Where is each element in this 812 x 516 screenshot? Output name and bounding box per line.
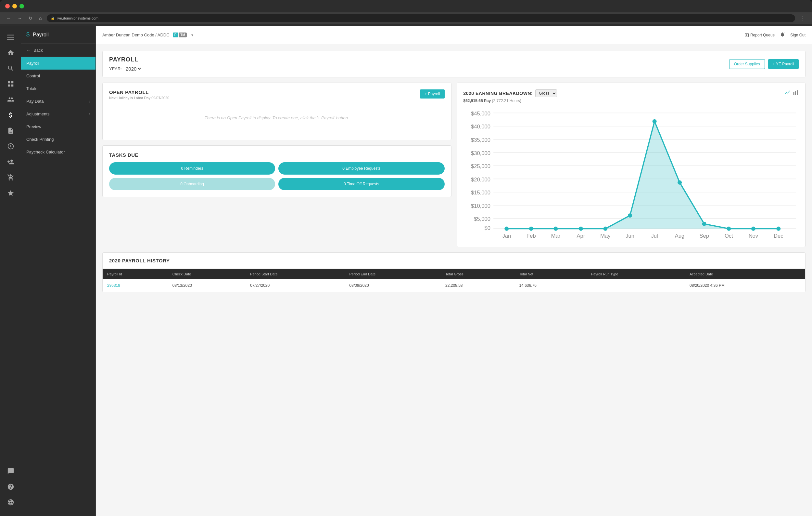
onboarding-button[interactable]: 0 Onboarding bbox=[109, 178, 275, 190]
sign-out-button[interactable]: Sign Out bbox=[790, 33, 806, 37]
sidebar-icon-document[interactable] bbox=[4, 124, 18, 138]
svg-text:$35,000: $35,000 bbox=[471, 137, 490, 143]
time-off-requests-button[interactable]: 0 Time Off Requests bbox=[278, 178, 444, 190]
sidebar-icon-people[interactable] bbox=[4, 92, 18, 107]
cell-total-net: 14,636.76 bbox=[515, 279, 586, 292]
main-content: Amber Duncan Demo Code / ADDC P TM ▾ Rep… bbox=[96, 26, 812, 516]
open-payroll-header: OPEN PAYROLL Next Holiday is Labor Day 0… bbox=[109, 89, 445, 100]
svg-text:$5,000: $5,000 bbox=[474, 216, 490, 222]
svg-text:$15,000: $15,000 bbox=[471, 190, 490, 196]
page-title-section: PAYROLL YEAR: 2020 2019 2018 bbox=[109, 56, 142, 72]
ye-payroll-button[interactable]: + YE Payroll bbox=[768, 59, 799, 69]
sidebar-icon-grid[interactable] bbox=[4, 77, 18, 91]
bell-icon[interactable] bbox=[780, 32, 785, 38]
topbar: Amber Duncan Demo Code / ADDC P TM ▾ Rep… bbox=[96, 26, 812, 44]
traffic-light-yellow[interactable] bbox=[12, 4, 17, 8]
svg-point-35 bbox=[677, 181, 682, 185]
col-run-type: Payroll Run Type bbox=[587, 269, 685, 279]
svg-point-39 bbox=[776, 227, 781, 231]
back-arrow-icon: ← bbox=[26, 48, 31, 53]
chart-type-select[interactable]: Gross Net bbox=[535, 89, 557, 97]
year-row: YEAR: 2020 2019 2018 bbox=[109, 66, 142, 72]
browser-menu-button[interactable]: ⋮ bbox=[799, 14, 807, 23]
col-total-gross: Total Gross bbox=[441, 269, 515, 279]
home-button[interactable]: ⌂ bbox=[38, 14, 43, 22]
chevron-right-icon: › bbox=[89, 99, 90, 104]
sidebar-icon-add-people[interactable] bbox=[4, 155, 18, 169]
forward-button[interactable]: → bbox=[16, 14, 23, 22]
nav-item-preview[interactable]: Preview bbox=[21, 120, 95, 133]
order-supplies-button[interactable]: Order Supplies bbox=[729, 59, 765, 69]
sidebar-icon-clock[interactable] bbox=[4, 139, 18, 154]
reminders-button[interactable]: 0 Reminders bbox=[109, 162, 275, 174]
nav-item-check-printing[interactable]: Check Printing bbox=[21, 133, 95, 146]
reload-button[interactable]: ↻ bbox=[27, 14, 34, 22]
url-text: live.dominionsystems.com bbox=[57, 16, 98, 20]
cell-accepted-date: 08/20/2020 4:36 PM bbox=[685, 279, 805, 292]
traffic-light-green[interactable] bbox=[20, 4, 24, 8]
page-header: PAYROLL YEAR: 2020 2019 2018 Order Suppl… bbox=[102, 51, 806, 77]
dropdown-chevron-icon[interactable]: ▾ bbox=[191, 33, 193, 37]
cell-period-start: 07/27/2020 bbox=[245, 279, 345, 292]
open-payroll-subtitle: Next Holiday is Labor Day 09/07/2020 bbox=[109, 96, 169, 100]
cell-check-date: 08/13/2020 bbox=[168, 279, 245, 292]
chart-type-icons bbox=[784, 90, 799, 97]
svg-text:May: May bbox=[600, 233, 611, 239]
report-queue-label: Report Queue bbox=[750, 33, 775, 37]
sidebar-icon-dollar[interactable] bbox=[4, 108, 18, 122]
topbar-left: Amber Duncan Demo Code / ADDC P TM ▾ bbox=[102, 32, 193, 37]
tasks-title: TASKS DUE bbox=[109, 152, 445, 158]
sidebar-icon-globe[interactable] bbox=[4, 495, 18, 510]
no-payroll-message: There is no Open Payroll to display. To … bbox=[109, 102, 445, 133]
nav-item-control[interactable]: Control bbox=[21, 70, 95, 82]
bar-chart-icon[interactable] bbox=[793, 90, 799, 97]
year-label: YEAR: bbox=[109, 66, 122, 71]
traffic-light-red[interactable] bbox=[5, 4, 10, 8]
svg-text:$45,000: $45,000 bbox=[471, 111, 490, 117]
svg-text:$30,000: $30,000 bbox=[471, 150, 490, 156]
nav-item-totals[interactable]: Totals bbox=[21, 82, 95, 95]
year-select[interactable]: 2020 2019 2018 bbox=[124, 66, 142, 72]
report-queue-link[interactable]: Report Queue bbox=[745, 33, 775, 37]
nav-item-paycheck-calculator[interactable]: Paycheck Calculator bbox=[21, 146, 95, 158]
nav-back-button[interactable]: ← Back bbox=[21, 44, 95, 57]
company-name: Amber Duncan Demo Code / ADDC bbox=[102, 32, 170, 37]
add-payroll-button[interactable]: + Payroll bbox=[420, 89, 444, 99]
pay-amount: $62,915.65 Pay bbox=[463, 99, 491, 103]
chart-subtitle: $62,915.65 Pay (2,772.21 Hours) bbox=[463, 99, 799, 103]
svg-point-36 bbox=[702, 222, 706, 226]
svg-text:$10,000: $10,000 bbox=[471, 203, 490, 209]
nav-item-adjustments[interactable]: Adjustments › bbox=[21, 108, 95, 120]
svg-point-34 bbox=[652, 119, 657, 124]
address-bar[interactable]: 🔒 live.dominionsystems.com bbox=[47, 14, 795, 22]
sidebar-icon-cart[interactable] bbox=[4, 170, 18, 185]
sidebar-icon-help[interactable] bbox=[4, 480, 18, 494]
back-button[interactable]: ← bbox=[5, 14, 12, 22]
nav-item-payroll[interactable]: Payroll bbox=[21, 57, 95, 70]
sidebar-icon-home[interactable] bbox=[4, 46, 18, 60]
payroll-id-link[interactable]: 296318 bbox=[107, 283, 120, 288]
history-title: 2020 PAYROLL HISTORY bbox=[103, 253, 805, 269]
svg-text:Jun: Jun bbox=[626, 233, 634, 239]
chevron-right-icon: › bbox=[89, 112, 90, 116]
col-total-net: Total Net bbox=[515, 269, 586, 279]
page-title: PAYROLL bbox=[109, 56, 142, 63]
svg-rect-0 bbox=[7, 35, 14, 35]
svg-text:$0: $0 bbox=[484, 225, 490, 231]
col-period-end: Period End Date bbox=[345, 269, 441, 279]
svg-rect-2 bbox=[7, 39, 14, 40]
left-column: OPEN PAYROLL Next Holiday is Labor Day 0… bbox=[102, 83, 452, 247]
employee-requests-button[interactable]: 0 Employee Requests bbox=[278, 162, 444, 174]
table-header-row: Payroll Id Check Date Period Start Date … bbox=[103, 269, 805, 279]
svg-text:Oct: Oct bbox=[724, 233, 733, 239]
sidebar-icon-star[interactable] bbox=[4, 186, 18, 200]
earnings-chart-card: 2020 EARNING BREAKDOWN: Gross Net bbox=[457, 83, 806, 247]
line-chart-icon[interactable] bbox=[784, 90, 790, 97]
sidebar-icon-tools[interactable] bbox=[4, 61, 18, 76]
browser-chrome: ← → ↻ ⌂ 🔒 live.dominionsystems.com ⋮ bbox=[0, 0, 812, 26]
nav-item-paydata[interactable]: Pay Data › bbox=[21, 95, 95, 108]
topbar-right: Report Queue Sign Out bbox=[745, 32, 806, 38]
earnings-chart-svg: $45,000 $40,000 $35,000 $30,000 $25,000 … bbox=[463, 107, 799, 239]
sidebar-icon-menu[interactable] bbox=[4, 30, 18, 44]
sidebar-icon-chat[interactable] bbox=[4, 464, 18, 478]
